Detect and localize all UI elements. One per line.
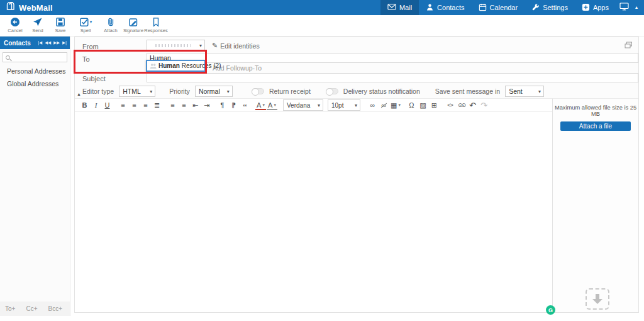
attach-button[interactable]: Attach	[101, 17, 121, 33]
bold-button[interactable]: B	[79, 99, 90, 111]
find-replace-button[interactable]: ⊙⊙	[456, 99, 467, 111]
unlink-button[interactable]: ∞	[379, 99, 389, 111]
save-sent-value: Sent	[509, 87, 523, 95]
save-sent-select[interactable]: Sent	[505, 86, 544, 97]
to-input[interactable]	[147, 53, 638, 63]
subject-input[interactable]	[147, 73, 638, 82]
add-to-button[interactable]: To+	[5, 305, 15, 312]
contact-group-icon	[150, 60, 157, 72]
nav-item-apps[interactable]: Apps	[575, 0, 616, 15]
contacts-search-box	[3, 52, 67, 62]
save-button[interactable]: Save	[50, 17, 70, 33]
image-button[interactable]: ▨	[418, 99, 428, 111]
next-page-icon[interactable]: ▶▶	[53, 40, 60, 45]
app-logo: WebMail	[0, 1, 53, 14]
undo-button[interactable]: ↶	[467, 99, 478, 111]
attachments-panel: Maximum allowed file size is 25 MB Attac…	[552, 98, 638, 312]
to-label: To	[82, 55, 90, 63]
autocomplete-text: Human Resources (2)	[158, 62, 221, 69]
return-receipt-toggle[interactable]	[252, 88, 264, 94]
add-bcc-button[interactable]: Bcc+	[48, 305, 62, 312]
pencil-icon: ✎	[212, 42, 218, 50]
contacts-icon	[426, 3, 434, 13]
font-size-select[interactable]: 10pt	[328, 99, 360, 111]
editor-type-value: HTML	[123, 87, 141, 95]
sidebar-item-global-addresses[interactable]: Global Addresses	[0, 77, 70, 90]
chevron-up-icon[interactable]: ▴	[635, 5, 638, 10]
topbar-extras: ▴	[616, 2, 644, 13]
table-button[interactable]: ▦	[390, 99, 401, 111]
special-character-button[interactable]: Ω	[406, 99, 417, 111]
rtl-paragraph-button[interactable]: ⁋	[228, 99, 239, 111]
justify-button[interactable]: ≣	[152, 99, 162, 111]
nav-item-contacts[interactable]: Contacts	[419, 0, 471, 15]
mail-icon	[387, 3, 396, 12]
align-center-button[interactable]: ≡	[129, 99, 140, 111]
media-button[interactable]: ⊞	[429, 99, 440, 111]
align-left-button[interactable]: ≡	[118, 99, 128, 111]
nav-item-calendar[interactable]: Calendar	[472, 0, 525, 15]
calendar-icon	[479, 3, 487, 13]
save-sent-label: Save sent message in	[435, 87, 500, 95]
redacted-identity-value	[155, 44, 191, 47]
bookmark-icon	[151, 17, 161, 27]
nav-item-settings[interactable]: Settings	[525, 0, 575, 15]
send-icon	[33, 17, 43, 27]
outdent-button[interactable]: ⇤	[190, 99, 201, 111]
dsn-toggle[interactable]	[326, 88, 338, 94]
previous-page-icon[interactable]: ◀◀	[45, 40, 51, 45]
send-button[interactable]: Send	[28, 17, 48, 33]
priority-select[interactable]: Normal	[195, 86, 233, 97]
align-right-button[interactable]: ≡	[140, 99, 151, 111]
font-size-value: 10pt	[331, 102, 343, 109]
popout-window-icon[interactable]	[625, 40, 633, 52]
text-color-button[interactable]: A	[255, 101, 266, 110]
signature-button[interactable]: Signature	[123, 17, 143, 33]
underline-button[interactable]: U	[102, 99, 113, 111]
font-family-select[interactable]: Verdana	[283, 99, 323, 111]
grammar-assistant-icon[interactable]: G	[546, 305, 555, 315]
file-dropzone[interactable]	[586, 288, 609, 310]
last-page-icon[interactable]: ▶|	[62, 40, 67, 45]
contacts-search-input[interactable]	[12, 54, 62, 61]
message-body-editor[interactable]	[75, 112, 552, 312]
add-cc-button[interactable]: Cc+	[26, 305, 37, 312]
background-color-button[interactable]: A	[267, 101, 277, 110]
toolbar-label: Save	[55, 28, 65, 33]
dsn-label: Delivery status notification	[343, 87, 420, 95]
source-code-button[interactable]: <>	[445, 99, 455, 111]
bullet-list-button[interactable]: ≡	[167, 99, 178, 111]
contacts-pager: |◀ ◀◀ ▶▶ ▶|	[38, 40, 67, 45]
nav-item-mail[interactable]: Mail	[380, 0, 419, 15]
recipient-autocomplete-item[interactable]: Human Resources (2)	[146, 60, 206, 72]
return-receipt-label: Return receipt	[269, 87, 311, 95]
responses-button[interactable]: Responses	[146, 17, 166, 33]
ordered-list-button[interactable]: ≡	[179, 99, 189, 111]
toolbar-label: Signature	[123, 28, 143, 33]
apps-icon	[582, 3, 590, 13]
spell-dropdown-caret-icon[interactable]: ▾	[90, 20, 92, 25]
recipient-add-footer: To+ Cc+ Bcc+	[0, 301, 70, 316]
desktop-view-icon[interactable]	[619, 2, 629, 13]
collapse-options-icon[interactable]: ▲	[77, 92, 81, 96]
top-navigation: Mail Contacts Calendar Settings	[380, 0, 644, 15]
contacts-sidebar: Contacts |◀ ◀◀ ▶▶ ▶| Personal Addresses …	[0, 37, 70, 316]
ltr-paragraph-button[interactable]: ¶	[217, 99, 228, 111]
editor-type-select[interactable]: HTML	[119, 86, 155, 97]
from-identity-select[interactable]	[147, 40, 205, 51]
nav-label: Apps	[593, 4, 609, 11]
link-button[interactable]: ∞	[367, 99, 378, 111]
redo-button[interactable]: ↷	[479, 99, 489, 111]
first-page-icon[interactable]: |◀	[38, 40, 43, 45]
attach-file-button[interactable]: Attach a file	[560, 121, 631, 131]
spell-button[interactable]: ▾ Spell	[73, 17, 98, 33]
autocomplete-rest: Resources (2)	[180, 62, 221, 69]
indent-button[interactable]: ⇥	[201, 99, 212, 111]
blockquote-button[interactable]: “	[240, 99, 250, 111]
edit-identities-link[interactable]: ✎ Edit identities	[212, 42, 260, 50]
sidebar-item-personal-addresses[interactable]: Personal Addresses	[0, 65, 70, 77]
contacts-header: Contacts |◀ ◀◀ ▶▶ ▶|	[0, 37, 70, 49]
italic-button[interactable]: I	[91, 99, 101, 111]
cancel-button[interactable]: Cancel	[5, 17, 25, 33]
priority-value: Normal	[199, 87, 220, 95]
